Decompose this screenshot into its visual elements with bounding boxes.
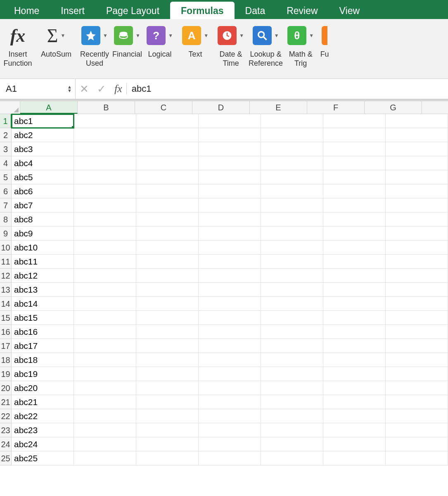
cell-G4[interactable]: [386, 156, 448, 170]
cell-D12[interactable]: [199, 269, 261, 283]
cell-E15[interactable]: [261, 311, 323, 325]
cell-G14[interactable]: [386, 297, 448, 311]
cell-A16[interactable]: abc16: [12, 325, 74, 339]
row-header-14[interactable]: 14: [0, 297, 12, 311]
cell-B5[interactable]: [74, 170, 136, 184]
row-header-18[interactable]: 18: [0, 353, 12, 367]
cell-C1[interactable]: [136, 114, 199, 128]
cell-A25[interactable]: abc25: [12, 451, 74, 465]
cell-B3[interactable]: [74, 142, 136, 156]
cell-E21[interactable]: [261, 395, 323, 409]
cell-A14[interactable]: abc14: [12, 297, 74, 311]
cell-B19[interactable]: [74, 367, 136, 381]
cell-A9[interactable]: abc9: [12, 227, 74, 241]
cell-C8[interactable]: [136, 212, 199, 227]
row-header-25[interactable]: 25: [0, 451, 12, 465]
cell-B12[interactable]: [74, 269, 136, 283]
cell-D19[interactable]: [199, 367, 261, 381]
cell-G22[interactable]: [386, 409, 448, 423]
cell-A3[interactable]: abc3: [12, 142, 74, 156]
cell-F22[interactable]: [323, 409, 386, 423]
cell-E5[interactable]: [261, 170, 323, 184]
autosum-button[interactable]: Σ ▼ AutoSum: [36, 23, 77, 59]
cell-E14[interactable]: [261, 297, 323, 311]
cell-C14[interactable]: [136, 297, 199, 311]
column-header-F[interactable]: F: [307, 101, 365, 114]
cell-A13[interactable]: abc13: [12, 283, 74, 297]
cell-G3[interactable]: [386, 142, 448, 156]
row-header-19[interactable]: 19: [0, 367, 12, 381]
row-header-2[interactable]: 2: [0, 128, 12, 142]
cell-C19[interactable]: [136, 367, 199, 381]
cell-B2[interactable]: [74, 128, 136, 142]
cell-E7[interactable]: [261, 198, 323, 212]
cell-C7[interactable]: [136, 198, 199, 212]
cell-C2[interactable]: [136, 128, 199, 142]
cell-D21[interactable]: [199, 395, 261, 409]
cell-E20[interactable]: [261, 381, 323, 395]
cell-F23[interactable]: [323, 423, 386, 437]
cell-G1[interactable]: [386, 114, 448, 128]
row-header-7[interactable]: 7: [0, 198, 12, 212]
cell-F2[interactable]: [323, 128, 386, 142]
cell-C9[interactable]: [136, 227, 199, 241]
row-header-8[interactable]: 8: [0, 212, 12, 227]
tab-view[interactable]: View: [329, 0, 370, 19]
cell-D3[interactable]: [199, 142, 261, 156]
cell-G15[interactable]: [386, 311, 448, 325]
column-header-G[interactable]: G: [365, 101, 422, 114]
cell-B7[interactable]: [74, 198, 136, 212]
cell-D2[interactable]: [199, 128, 261, 142]
row-header-12[interactable]: 12: [0, 269, 12, 283]
cell-G11[interactable]: [386, 255, 448, 269]
cell-B21[interactable]: [74, 395, 136, 409]
cell-F3[interactable]: [323, 142, 386, 156]
tab-data[interactable]: Data: [235, 0, 276, 19]
cell-F19[interactable]: [323, 367, 386, 381]
cell-C11[interactable]: [136, 255, 199, 269]
row-header-22[interactable]: 22: [0, 409, 12, 423]
tab-page-layout[interactable]: Page Layout: [95, 0, 170, 19]
cell-C25[interactable]: [136, 451, 199, 465]
cell-F12[interactable]: [323, 269, 386, 283]
cell-A11[interactable]: abc11: [12, 255, 74, 269]
row-header-6[interactable]: 6: [0, 184, 12, 198]
cell-C24[interactable]: [136, 437, 199, 451]
row-header-4[interactable]: 4: [0, 156, 12, 170]
cell-F1[interactable]: [323, 114, 386, 128]
cell-D17[interactable]: [199, 339, 261, 353]
cell-G21[interactable]: [386, 395, 448, 409]
cell-F17[interactable]: [323, 339, 386, 353]
cell-B25[interactable]: [74, 451, 136, 465]
cell-B20[interactable]: [74, 381, 136, 395]
cell-D23[interactable]: [199, 423, 261, 437]
cell-E12[interactable]: [261, 269, 323, 283]
cell-B8[interactable]: [74, 212, 136, 227]
recently-used-button[interactable]: ▼ RecentlyUsed: [80, 23, 109, 68]
tab-home[interactable]: Home: [3, 0, 50, 19]
cell-F13[interactable]: [323, 283, 386, 297]
confirm-formula-button[interactable]: ✓: [93, 83, 110, 95]
cell-E22[interactable]: [261, 409, 323, 423]
cell-E25[interactable]: [261, 451, 323, 465]
cell-G9[interactable]: [386, 227, 448, 241]
cell-D25[interactable]: [199, 451, 261, 465]
cell-B18[interactable]: [74, 353, 136, 367]
cell-D10[interactable]: [199, 241, 261, 255]
cell-G20[interactable]: [386, 381, 448, 395]
tab-review[interactable]: Review: [276, 0, 328, 19]
cell-D22[interactable]: [199, 409, 261, 423]
cell-A8[interactable]: abc8: [12, 212, 74, 227]
cell-E18[interactable]: [261, 353, 323, 367]
cell-B4[interactable]: [74, 156, 136, 170]
cell-A10[interactable]: abc10: [12, 241, 74, 255]
cell-G8[interactable]: [386, 212, 448, 227]
cell-F11[interactable]: [323, 255, 386, 269]
cell-B14[interactable]: [74, 297, 136, 311]
cell-D11[interactable]: [199, 255, 261, 269]
cell-F25[interactable]: [323, 451, 386, 465]
cell-C3[interactable]: [136, 142, 199, 156]
cell-B22[interactable]: [74, 409, 136, 423]
row-header-9[interactable]: 9: [0, 227, 12, 241]
cell-D4[interactable]: [199, 156, 261, 170]
